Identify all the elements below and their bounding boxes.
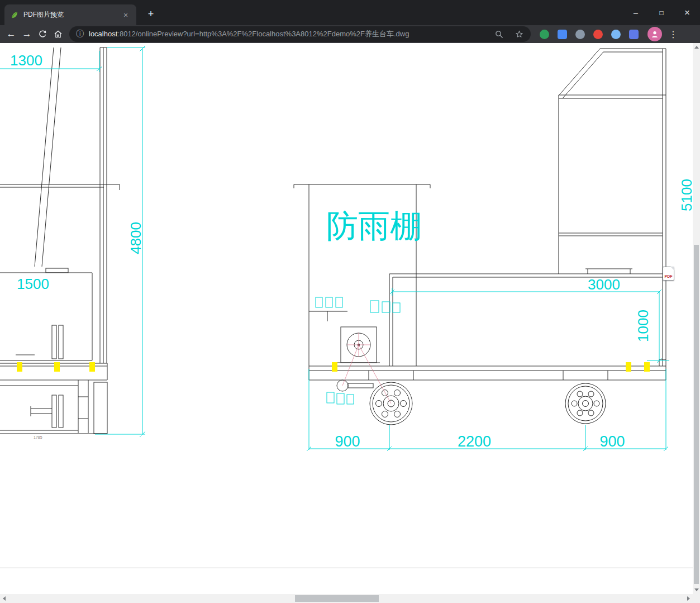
dimension-lines [0, 46, 669, 451]
extension-icon-1[interactable] [540, 30, 549, 39]
dim-5100-label: 5100 [678, 179, 693, 211]
shelter-label: 防雨棚 [326, 208, 422, 244]
bookmark-star-icon[interactable] [515, 30, 524, 39]
menu-icon[interactable]: ⋮ [665, 29, 681, 40]
dim-2200-label: 2200 [458, 433, 491, 450]
extensions-row [540, 30, 639, 39]
dim-1000-label: 1000 [635, 310, 651, 342]
scroll-left-arrow-icon[interactable] [3, 596, 6, 601]
highlight-mark [17, 362, 22, 372]
vertical-scroll-thumb[interactable] [694, 245, 699, 584]
extension-icon-6[interactable] [629, 30, 639, 39]
pdf-file-badge[interactable]: PDF [663, 267, 674, 281]
extension-icon-5[interactable] [611, 30, 621, 39]
minimize-button[interactable]: – [623, 0, 649, 25]
reload-icon[interactable] [35, 26, 50, 42]
titlebar: PDF图片预览 × + – □ × [0, 0, 700, 25]
browser-toolbar: ← → ⓘ localhost:8012/onlinePreview?url=h… [0, 25, 700, 43]
browser-tab[interactable]: PDF图片预览 × [4, 4, 136, 25]
left-elevation-view [0, 48, 120, 434]
highlight-mark [644, 362, 650, 372]
new-tab-button[interactable]: + [144, 7, 158, 21]
profile-avatar[interactable] [647, 27, 662, 41]
window-controls: – □ × [623, 0, 700, 25]
dimension-labels: 1300 1500 4800 防雨棚 5100 3000 1000 900 22… [10, 52, 693, 450]
person-icon [650, 30, 659, 39]
dim-900-left-label: 900 [335, 433, 360, 450]
page-info-icon[interactable]: ⓘ [76, 29, 84, 39]
dim-1785-label: 1785 [34, 435, 42, 439]
back-icon[interactable]: ← [3, 26, 19, 42]
forward-icon[interactable]: → [19, 26, 35, 42]
zoom-icon[interactable] [494, 30, 504, 39]
url-path: :8012/onlinePreview?url=http%3A%2F%2Floc… [117, 30, 409, 38]
highlight-mark [332, 362, 337, 372]
tab-close-icon[interactable]: × [121, 10, 131, 20]
scrollbar-corner [693, 594, 700, 603]
highlight-mark [54, 362, 60, 372]
dim-3000-label: 3000 [588, 276, 620, 293]
highlight-mark [89, 362, 95, 372]
vertical-scrollbar[interactable] [693, 43, 700, 594]
address-bar[interactable]: ⓘ localhost:8012/onlinePreview?url=http%… [69, 26, 531, 42]
close-button[interactable]: × [674, 0, 700, 25]
extension-icon-2[interactable] [558, 30, 567, 39]
url-host: localhost [89, 30, 117, 38]
dim-4800-label: 4800 [127, 222, 144, 254]
tab-title: PDF图片预览 [23, 10, 116, 20]
horizontal-scrollbar[interactable] [0, 594, 693, 603]
cad-drawing: 1300 1500 4800 防雨棚 5100 3000 1000 900 22… [0, 43, 693, 594]
page-content: 1300 1500 4800 防雨棚 5100 3000 1000 900 22… [0, 43, 700, 603]
maximize-button[interactable]: □ [649, 0, 674, 25]
horizontal-scroll-thumb[interactable] [295, 595, 379, 602]
extension-icon-4[interactable] [593, 30, 603, 39]
scroll-down-arrow-icon[interactable] [694, 588, 699, 591]
scroll-right-arrow-icon[interactable] [687, 596, 690, 601]
dim-1300-label: 1300 [10, 52, 42, 69]
wheel [565, 383, 606, 424]
url-text[interactable]: localhost:8012/onlinePreview?url=http%3A… [89, 29, 484, 39]
dim-900-right-label: 900 [599, 433, 625, 450]
dim-1500-label: 1500 [17, 276, 49, 292]
centerline [342, 333, 391, 403]
highlight-mark [626, 362, 631, 372]
extension-icon-3[interactable] [575, 30, 585, 39]
scroll-up-arrow-icon[interactable] [694, 46, 699, 49]
home-icon[interactable] [50, 26, 66, 42]
spring-leaf-favicon [10, 11, 19, 20]
